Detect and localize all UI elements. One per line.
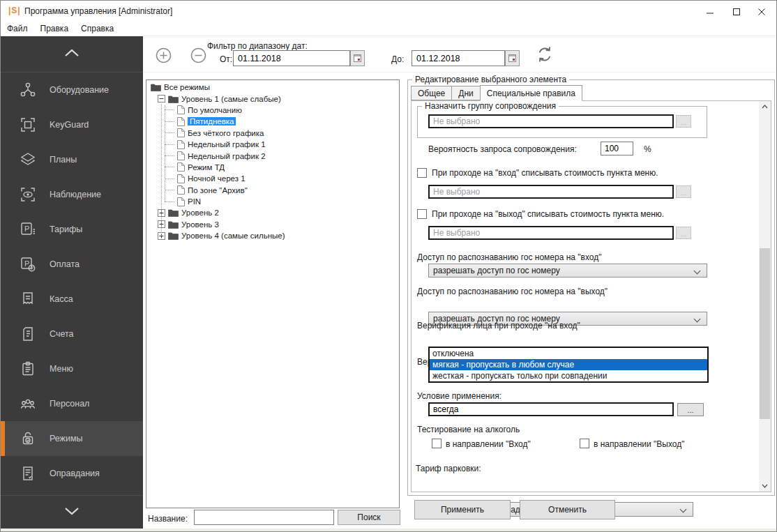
collapse-all-button[interactable] <box>190 47 206 66</box>
scroll-up-icon[interactable] <box>759 101 771 112</box>
page-icon <box>177 128 185 137</box>
sidebar-item-observation[interactable]: Наблюдение <box>1 177 143 212</box>
menu-edit[interactable]: Правка <box>34 22 75 36</box>
modes-tree: Все режимы Уровень 1 (самые слабые) По у… <box>146 80 399 241</box>
escort-group-input[interactable] <box>428 114 674 128</box>
entry-menu-input[interactable] <box>428 185 674 199</box>
menu-file[interactable]: Файл <box>1 22 34 36</box>
tree-node-level3[interactable]: Уровень 3 <box>149 219 399 230</box>
sidebar-item-menu[interactable]: Меню <box>1 351 143 386</box>
apply-button[interactable]: Применить <box>414 500 511 519</box>
entry-menu-browse-button[interactable]: ... <box>676 185 691 198</box>
dropdown-option[interactable]: жесткая - пропускать только при совпаден… <box>430 370 707 381</box>
tab-special-rules[interactable]: Специальные правила <box>480 85 582 101</box>
sidebar-scroll-down[interactable] <box>1 495 143 529</box>
tree-leaf[interactable]: Недельный график 1 <box>149 139 399 150</box>
page-icon <box>177 151 185 160</box>
tree-leaf-selected[interactable]: Пятидневка <box>149 116 399 127</box>
tree-node-level2[interactable]: Уровень 2 <box>149 207 399 218</box>
tree-node-label: Уровень 1 (самые слабые) <box>181 95 281 103</box>
tree-leaf-label: По зоне "Архив" <box>188 186 248 195</box>
tree-leaf[interactable]: По зоне "Архив" <box>149 185 399 196</box>
alcohol-out-label: в направлении "Выход" <box>594 439 684 449</box>
sidebar-item-accounts[interactable]: Счета <box>1 317 143 351</box>
document-icon <box>19 464 37 482</box>
sidebar-item-equipment[interactable]: Оборудование <box>1 73 143 107</box>
entry-menu-checkbox[interactable] <box>417 168 427 178</box>
tree-node-level4[interactable]: Уровень 4 (самые сильные) <box>149 230 399 241</box>
alcohol-out-checkbox[interactable] <box>580 439 589 448</box>
plate-in-value: разрешать доступ по гос номеру <box>433 266 560 275</box>
probability-unit: % <box>644 144 651 154</box>
tree-leaf[interactable]: Недельный график 2 <box>149 150 399 161</box>
app-window: |S| Программа управления [Administrator]… <box>0 0 777 532</box>
scrollbar-thumb[interactable] <box>760 248 770 419</box>
tree-node-label: Уровень 4 (самые сильные) <box>181 231 285 240</box>
search-button[interactable]: Поиск <box>338 510 400 525</box>
sidebar-item-modes[interactable]: Режимы <box>1 421 143 456</box>
date-from-input[interactable] <box>233 50 350 66</box>
sidebar-item-tariffs[interactable]: P Тарифы <box>1 212 143 247</box>
dropdown-option-selected[interactable]: мягкая - пропускать в любом случае <box>430 359 707 370</box>
date-to-calendar-button[interactable] <box>505 50 520 66</box>
probability-input[interactable] <box>601 142 633 155</box>
scroll-down-icon[interactable] <box>759 480 771 492</box>
tab-days[interactable]: Дни <box>451 86 480 100</box>
modes-tree-panel: Все режимы Уровень 1 (самые слабые) По у… <box>146 79 400 508</box>
tab-general[interactable]: Общее <box>411 86 452 100</box>
sidebar-item-payment[interactable]: P₽ Оплата <box>1 247 143 282</box>
sidebar-item-label: KeyGuard <box>50 120 89 130</box>
plate-in-label: Доступ по распознаванию гос номера на "в… <box>417 252 602 262</box>
tree-guide-stub <box>165 121 174 122</box>
refresh-button[interactable] <box>535 45 555 66</box>
tree-leaf[interactable]: PIN <box>149 196 399 207</box>
tree-root-node[interactable]: Все режимы <box>149 82 399 93</box>
tree-node-label: Уровень 2 <box>181 208 219 217</box>
maximize-button[interactable] <box>726 5 747 19</box>
escort-browse-button[interactable]: ... <box>676 115 691 128</box>
editor-scrollbar[interactable] <box>759 101 771 492</box>
sidebar-item-plans[interactable]: Планы <box>1 142 143 177</box>
exit-menu-checkbox[interactable] <box>417 209 427 219</box>
tree-leaf-label: PIN <box>188 197 201 206</box>
dropdown-option[interactable]: отключена <box>430 348 707 359</box>
alcohol-in-checkbox[interactable] <box>432 439 442 448</box>
sidebar-item-excuses[interactable]: Оправдания <box>1 456 143 491</box>
sidebar-item-staff[interactable]: Персонал <box>1 386 143 421</box>
plate-out-label: Доступ по распознаванию гос номера на "в… <box>417 287 608 296</box>
face-verification-dropdown: отключена мягкая - пропускать в любом сл… <box>428 347 709 383</box>
minimize-button[interactable] <box>700 5 721 19</box>
date-from-calendar-button[interactable] <box>350 50 365 66</box>
tree-leaf[interactable]: Ночной через 1 <box>149 173 399 184</box>
tree-leaf[interactable]: По умолчанию <box>149 105 399 116</box>
cancel-button[interactable]: Отменить <box>520 500 615 519</box>
tree-leaf[interactable]: Без чёткого графика <box>149 128 399 139</box>
scrollbar-track[interactable] <box>759 112 771 480</box>
escort-group-label: Назначить группу сопровождения <box>422 101 559 111</box>
page-icon <box>177 140 185 149</box>
expand-all-button[interactable] <box>156 47 172 66</box>
condition-input[interactable] <box>428 402 674 416</box>
date-from-label: От: <box>220 54 232 64</box>
tree-leaf[interactable]: Режим ТД <box>149 162 399 173</box>
tree-node-level1[interactable]: Уровень 1 (самые слабые) <box>149 93 399 104</box>
folder-icon <box>168 231 179 240</box>
folder-icon <box>168 95 179 103</box>
sidebar-item-cashdesk[interactable]: Касса <box>1 282 143 317</box>
close-button[interactable] <box>751 5 772 19</box>
plate-in-combobox[interactable]: разрешать доступ по гос номеру <box>428 264 707 278</box>
condition-browse-button[interactable]: ... <box>677 403 704 416</box>
sidebar-item-label: Режимы <box>50 434 83 443</box>
svg-text:P: P <box>24 259 29 268</box>
collapse-box-icon[interactable] <box>158 95 165 102</box>
menu-help[interactable]: Справка <box>75 22 120 36</box>
search-input[interactable] <box>194 510 334 525</box>
exit-menu-input[interactable] <box>428 226 674 240</box>
sidebar-scroll-up[interactable] <box>1 36 143 73</box>
sidebar-item-keyguard[interactable]: KeyGuard <box>1 107 143 142</box>
receipt-icon <box>19 290 37 308</box>
sidebar-item-label: Тарифы <box>50 225 82 234</box>
date-to-input[interactable] <box>412 50 505 66</box>
exit-menu-browse-button[interactable]: ... <box>676 227 691 239</box>
window-bottom-edge <box>1 529 776 532</box>
